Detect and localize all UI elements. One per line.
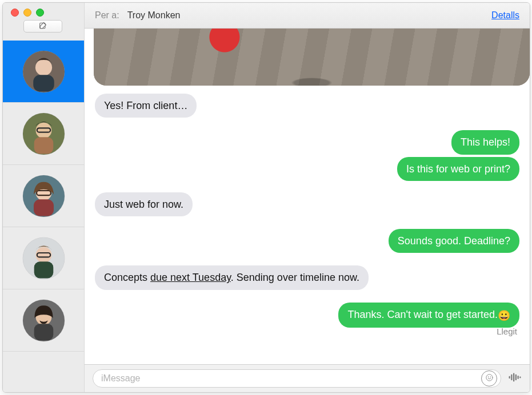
message-row: Concepts due next Tuesday. Sending over … xyxy=(94,265,521,289)
details-button[interactable]: Detalls xyxy=(491,10,519,21)
message-text: Sounds good. Deadline? xyxy=(398,235,510,247)
svg-rect-25 xyxy=(515,374,517,381)
main-pane: Per a: Troy Monken Detalls Yes! From cli… xyxy=(85,3,530,392)
message-row: Is this for web or print? xyxy=(94,157,521,181)
conversation-header: Per a: Troy Monken Detalls xyxy=(85,3,530,29)
svg-rect-24 xyxy=(513,373,514,382)
message-incoming[interactable]: Concepts due next Tuesday. Sending over … xyxy=(95,265,369,289)
conversation-item[interactable] xyxy=(3,165,84,227)
svg-point-21 xyxy=(490,376,491,377)
svg-rect-23 xyxy=(511,374,512,381)
message-placeholder: iMessage xyxy=(101,373,481,384)
message-text: Yes! From client… xyxy=(104,100,187,111)
svg-point-13 xyxy=(35,247,51,263)
message-outgoing[interactable]: Is this for web or print? xyxy=(397,157,519,181)
message-outgoing[interactable]: Thanks. Can't wait to get started.😀 xyxy=(338,303,519,328)
conversation-item[interactable] xyxy=(3,41,84,103)
compose-button[interactable] xyxy=(23,20,62,33)
close-window-button[interactable] xyxy=(11,9,19,17)
photo-icon xyxy=(94,29,530,86)
message-row: This helps! xyxy=(94,130,521,154)
message-text: Thanks. Can't wait to get started. xyxy=(347,309,498,320)
titlebar xyxy=(3,3,84,41)
message-text: Just web for now. xyxy=(104,199,183,210)
svg-rect-14 xyxy=(34,261,53,278)
message-row: Yes! From client… xyxy=(94,94,521,118)
to-label: Per a: xyxy=(95,10,119,21)
image-message[interactable] xyxy=(94,29,530,86)
conversation-item[interactable] xyxy=(3,227,84,289)
svg-rect-6 xyxy=(34,137,53,154)
composer: iMessage xyxy=(85,364,530,392)
compose-icon xyxy=(38,21,47,32)
svg-point-5 xyxy=(35,122,51,138)
message-incoming[interactable]: Yes! From client… xyxy=(95,94,197,118)
avatar xyxy=(23,51,65,92)
avatar xyxy=(23,113,65,155)
voice-message-button[interactable] xyxy=(508,370,522,386)
svg-point-19 xyxy=(486,374,492,380)
svg-point-20 xyxy=(488,376,489,377)
read-receipt: Llegit xyxy=(94,327,517,336)
svg-point-2 xyxy=(35,59,51,75)
svg-rect-3 xyxy=(33,75,54,91)
svg-rect-26 xyxy=(518,376,519,379)
svg-rect-22 xyxy=(509,376,510,379)
message-thread[interactable]: Yes! From client… This helps! Is this fo… xyxy=(85,29,530,364)
message-row: Thanks. Can't wait to get started.😀 xyxy=(94,303,521,328)
svg-rect-10 xyxy=(33,199,53,216)
recipient-name[interactable]: Troy Monken xyxy=(127,10,181,21)
message-input[interactable]: iMessage xyxy=(93,369,501,388)
message-text: Is this for web or print? xyxy=(406,163,510,175)
message-row: Just web for now. xyxy=(94,192,521,216)
avatar xyxy=(23,300,65,341)
conversation-item[interactable] xyxy=(3,103,84,165)
avatar xyxy=(23,175,65,217)
smiley-icon xyxy=(485,373,494,384)
message-incoming[interactable]: Just web for now. xyxy=(95,192,193,216)
window-controls xyxy=(11,9,44,17)
message-outgoing[interactable]: Sounds good. Deadline? xyxy=(389,229,519,253)
minimize-window-button[interactable] xyxy=(23,9,31,17)
conversation-list xyxy=(3,41,84,392)
zoom-window-button[interactable] xyxy=(36,9,44,17)
avatar xyxy=(23,237,65,279)
date-link[interactable]: due next Tuesday xyxy=(150,272,231,283)
svg-rect-27 xyxy=(519,377,521,378)
messages-window: Per a: Troy Monken Detalls Yes! From cli… xyxy=(2,2,530,393)
message-row: Sounds good. Deadline? xyxy=(94,229,521,253)
emoji-grin-icon: 😀 xyxy=(498,310,510,321)
emoji-picker-button[interactable] xyxy=(481,370,497,386)
conversation-item[interactable] xyxy=(3,289,84,352)
svg-rect-18 xyxy=(34,324,53,340)
sidebar xyxy=(3,3,85,392)
message-outgoing[interactable]: This helps! xyxy=(451,130,519,154)
message-text: This helps! xyxy=(461,136,510,148)
waveform-icon xyxy=(508,370,522,386)
